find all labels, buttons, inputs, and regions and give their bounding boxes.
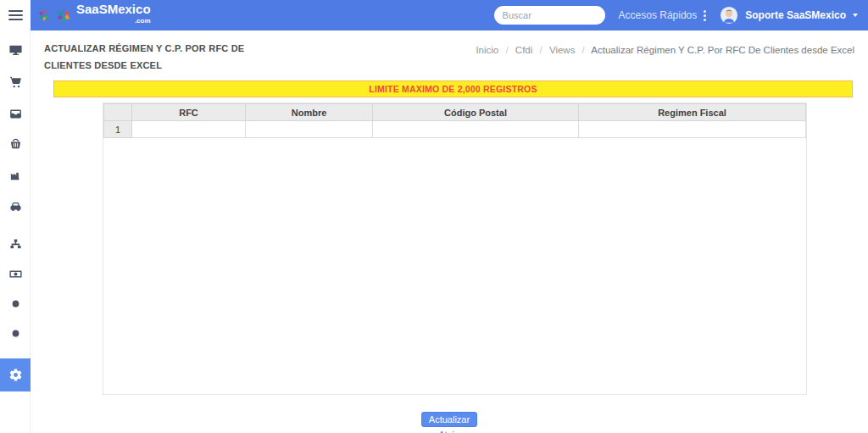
breadcrumb-cfdi[interactable]: Cfdi [515,45,532,55]
sidebar-item-factory[interactable] [0,164,31,185]
breadcrumb-separator: / [505,45,508,55]
money-icon [8,267,23,281]
topbar-right: Accesos Rápidos Soporte SaaSMexico [494,6,858,25]
sitemap-icon [8,237,23,252]
factory-icon [8,168,23,182]
inbox-icon [8,107,23,121]
grid-header-codigo-postal: Código Postal [373,104,579,121]
clients-grid: RFC Nombre Código Postal Regimen Fiscal … [103,103,806,138]
sidebar-item-inbox[interactable] [0,103,31,124]
sidebar-item-basket[interactable] [0,133,31,153]
monitor-icon [8,43,23,58]
update-button[interactable]: Actualizar [421,412,477,427]
actions: Actualizar Atrás [31,411,868,433]
menu-icon [8,10,23,20]
shopping-basket-icon [8,136,23,151]
topbar: SaaSMexico .com Accesos Rápidos Soporte … [31,0,868,31]
cell-regimen-fiscal[interactable] [579,121,806,138]
sidebar-item-monitor[interactable] [0,40,31,60]
row-number: 1 [104,121,132,138]
gear-icon [8,368,23,382]
car-icon [8,199,23,214]
breadcrumb: Inicio / Cfdi / Views / Actualizar Régim… [476,45,854,55]
logo[interactable]: SaaSMexico .com [37,3,151,27]
search-input[interactable] [494,6,605,25]
sidebar-item-car[interactable] [0,196,31,216]
shopping-cart-icon [8,75,23,89]
main-content: ACTUALIZAR RÉGIMEN Y C.P. POR RFC DE CLI… [31,31,868,433]
logo-star-icon [37,8,51,22]
hamburger-button[interactable] [0,0,31,31]
sidebar-item-circle-2[interactable] [0,323,31,343]
logo-tld: .com [76,15,151,27]
breadcrumb-inicio[interactable]: Inicio [476,45,498,55]
avatar [720,6,738,25]
breadcrumb-current: Actualizar Régimen Y C.P. Por RFC De Cli… [591,45,854,55]
grid-row-1: 1 [104,121,806,138]
grid-corner-header [104,104,132,121]
logo-text: SaaSMexico .com [76,3,151,27]
grid-header-row: RFC Nombre Código Postal Regimen Fiscal [104,104,806,121]
logo-star-icon [55,7,72,24]
quick-access-button[interactable]: Accesos Rápidos [619,9,707,21]
sidebar-item-cart[interactable] [0,71,31,92]
sidebar-item-circle-1[interactable] [0,293,31,314]
grid-header-rfc: RFC [132,104,246,121]
cell-codigo-postal[interactable] [373,121,579,138]
kebab-menu-icon [704,10,706,21]
grid-header-regimen-fiscal: Regimen Fiscal [579,104,806,121]
grid-header-nombre: Nombre [246,104,373,121]
page-title: ACTUALIZAR RÉGIMEN Y C.P. POR RFC DE CLI… [44,40,281,74]
breadcrumb-views[interactable]: Views [549,45,575,55]
sidebar-item-money[interactable] [0,264,31,284]
circle-icon [8,297,23,311]
sidebar-item-settings[interactable] [0,358,31,391]
user-name: Soporte SaaSMexico [745,9,846,21]
quick-access-label: Accesos Rápidos [619,9,698,21]
circle-icon [8,326,23,341]
cell-nombre[interactable] [246,121,373,138]
breadcrumb-separator: / [582,45,585,55]
sidebar-item-sitemap[interactable] [0,234,31,254]
chevron-down-icon [853,14,858,17]
back-link[interactable]: Atrás [31,430,868,433]
user-menu[interactable]: Soporte SaaSMexico [720,6,858,25]
grid-panel: RFC Nombre Código Postal Regimen Fiscal … [103,103,807,395]
logo-name: SaaSMexico [76,3,151,15]
sidebar [0,31,31,433]
limit-banner: LIMITE MAXIMO DE 2,000 REGISTROS [53,80,853,97]
breadcrumb-separator: / [540,45,542,55]
cell-rfc[interactable] [132,121,246,138]
title-row: ACTUALIZAR RÉGIMEN Y C.P. POR RFC DE CLI… [44,40,854,74]
